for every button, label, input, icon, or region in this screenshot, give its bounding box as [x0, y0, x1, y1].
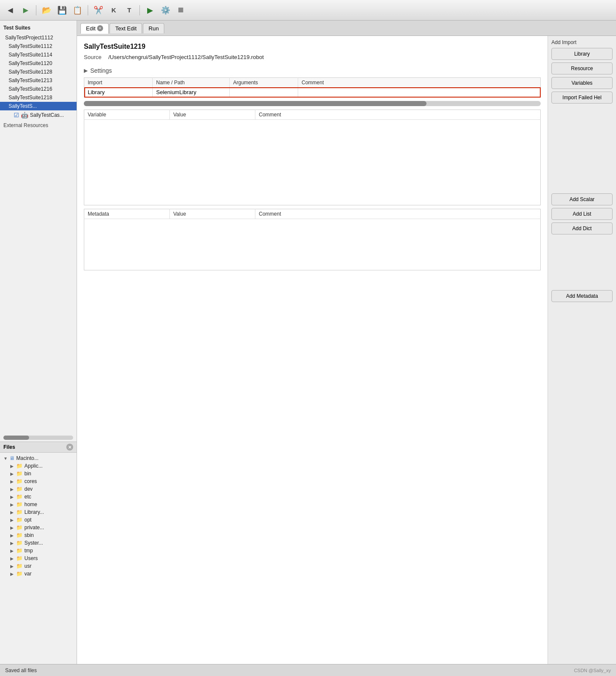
- home-label: home: [24, 501, 37, 507]
- tab-edit[interactable]: Edit ✕: [80, 23, 109, 34]
- open-btn[interactable]: 📂: [40, 3, 53, 17]
- suite-item-1216[interactable]: SallyTestSuite1216: [0, 85, 77, 93]
- add-list-button[interactable]: Add List: [551, 208, 613, 220]
- files-system[interactable]: ▶ 📁 Syster...: [0, 539, 77, 547]
- col-comment: Comment: [298, 78, 541, 88]
- applic-arrow: ▶: [10, 464, 15, 468]
- metadata-empty-cell: [84, 219, 541, 270]
- tab-text-edit[interactable]: Text Edit: [110, 23, 142, 33]
- left-scrollbar[interactable]: [3, 436, 73, 440]
- main-layout: Test Suites SallyTestProject1112 SallyTe…: [0, 21, 616, 664]
- test-suites-title: Test Suites: [0, 22, 77, 33]
- test-suites-panel: Test Suites SallyTestProject1112 SallyTe…: [0, 21, 77, 434]
- suite-item-project[interactable]: SallyTestProject1112: [0, 33, 77, 42]
- source-label: Source: [84, 54, 101, 60]
- sbin-arrow: ▶: [10, 533, 15, 538]
- robot-icon: 🤖: [21, 112, 28, 119]
- root-arrow: ▼: [3, 456, 8, 461]
- suite-item-testcase[interactable]: ☑ 🤖 SallyTestCas...: [0, 110, 77, 120]
- files-home[interactable]: ▶ 📁 home: [0, 501, 77, 508]
- files-etc[interactable]: ▶ 📁 etc: [0, 493, 77, 501]
- bin-label: bin: [24, 471, 31, 477]
- resource-button[interactable]: Resource: [551, 62, 613, 74]
- files-var[interactable]: ▶ 📁 var: [0, 570, 77, 578]
- import-comment-cell: [298, 87, 541, 98]
- dev-label: dev: [24, 486, 33, 492]
- tab-edit-label: Edit: [86, 25, 95, 32]
- tab-edit-close[interactable]: ✕: [97, 25, 103, 31]
- system-arrow: ▶: [10, 541, 15, 546]
- save-btn[interactable]: 💾: [55, 3, 69, 17]
- saveas-btn[interactable]: 📋: [71, 3, 84, 17]
- variable-table-header: Variable Value Comment: [84, 110, 541, 120]
- files-private[interactable]: ▶ 📁 private...: [0, 524, 77, 531]
- suite-item-1218[interactable]: SallyTestSuite1218: [0, 93, 77, 102]
- cut-btn[interactable]: ✂️: [92, 3, 105, 17]
- add-metadata-button[interactable]: Add Metadata: [551, 290, 613, 302]
- metadata-table-header: Metadata Value Comment: [84, 209, 541, 219]
- back-btn[interactable]: ◀: [3, 3, 17, 17]
- settings-header[interactable]: ▶ Settings: [84, 67, 541, 74]
- forward-btn[interactable]: ▶: [19, 3, 33, 17]
- files-tree: ▼ 🖥 Macinto... ▶ 📁 Applic... ▶ 📁 bin ▶ 📁: [0, 453, 77, 664]
- suite-item-1120[interactable]: SallyTestSuite1120: [0, 59, 77, 68]
- suite-item-1112[interactable]: SallyTestSuite1112: [0, 42, 77, 50]
- files-sbin[interactable]: ▶ 📁 sbin: [0, 531, 77, 539]
- left-panel: Test Suites SallyTestProject1112 SallyTe…: [0, 21, 77, 664]
- variables-button[interactable]: Variables: [551, 77, 613, 89]
- cores-label: cores: [24, 478, 37, 484]
- tmp-label: tmp: [24, 548, 33, 554]
- play-btn[interactable]: ▶: [143, 3, 157, 17]
- usr-label: usr: [24, 563, 32, 569]
- status-bar: Saved all files CSDN @Sally_xy: [0, 664, 616, 676]
- status-text: Saved all files: [5, 667, 37, 673]
- settings-gear-btn[interactable]: ⚙️: [159, 3, 172, 17]
- files-root-item[interactable]: ▼ 🖥 Macinto...: [0, 454, 77, 462]
- dev-folder-icon: 📁: [16, 486, 23, 492]
- home-folder-icon: 📁: [16, 501, 23, 507]
- add-dict-button[interactable]: Add Dict: [551, 222, 613, 234]
- stop-btn[interactable]: ⏹: [174, 3, 188, 17]
- usr-arrow: ▶: [10, 564, 15, 569]
- files-users[interactable]: ▶ 📁 Users: [0, 554, 77, 562]
- add-scalar-button[interactable]: Add Scalar: [551, 193, 613, 205]
- bin-folder-icon: 📁: [16, 471, 23, 477]
- suite-item-1114[interactable]: SallyTestSuite1114: [0, 50, 77, 59]
- h-scrollbar[interactable]: [84, 101, 541, 106]
- suite-item-1128[interactable]: SallyTestSuite1128: [0, 68, 77, 76]
- h-scrollbar-thumb: [84, 101, 426, 106]
- files-root-label: Macinto...: [16, 455, 38, 461]
- files-usr[interactable]: ▶ 📁 usr: [0, 562, 77, 570]
- library-button[interactable]: Library: [551, 48, 613, 60]
- applic-folder-icon: 📁: [16, 463, 23, 469]
- t-btn[interactable]: T: [122, 3, 136, 17]
- import-failed-button[interactable]: Import Failed Hel: [551, 92, 613, 104]
- suite-item-1213[interactable]: SallyTestSuite1213: [0, 76, 77, 85]
- files-cores[interactable]: ▶ 📁 cores: [0, 477, 77, 485]
- private-arrow: ▶: [10, 525, 15, 530]
- files-header: Files ✕: [0, 442, 77, 453]
- tab-run[interactable]: Run: [143, 23, 164, 33]
- files-dev[interactable]: ▶ 📁 dev: [0, 485, 77, 493]
- testcase-label: SallyTestCas...: [30, 112, 64, 118]
- etc-folder-icon: 📁: [16, 494, 23, 500]
- files-opt[interactable]: ▶ 📁 opt: [0, 516, 77, 524]
- dev-arrow: ▶: [10, 487, 15, 492]
- import-arguments-cell: [230, 87, 298, 98]
- files-applic[interactable]: ▶ 📁 Applic...: [0, 462, 77, 470]
- metadata-table-area: Metadata Value Comment: [84, 209, 541, 270]
- opt-arrow: ▶: [10, 518, 15, 522]
- files-tmp[interactable]: ▶ 📁 tmp: [0, 547, 77, 554]
- opt-folder-icon: 📁: [16, 517, 23, 523]
- checkbox-icon: ☑: [14, 112, 19, 119]
- import-table-row[interactable]: Library SeleniumLibrary: [84, 87, 541, 98]
- files-bin[interactable]: ▶ 📁 bin: [0, 470, 77, 477]
- tab-text-edit-label: Text Edit: [115, 25, 136, 32]
- var-arrow: ▶: [10, 572, 15, 576]
- k-btn[interactable]: K: [107, 3, 121, 17]
- files-library[interactable]: ▶ 📁 Library...: [0, 508, 77, 516]
- files-close-btn[interactable]: ✕: [66, 444, 73, 451]
- users-folder-icon: 📁: [16, 555, 23, 561]
- suite-item-1219[interactable]: SallyTestS...: [0, 102, 77, 110]
- system-label: Syster...: [24, 540, 43, 546]
